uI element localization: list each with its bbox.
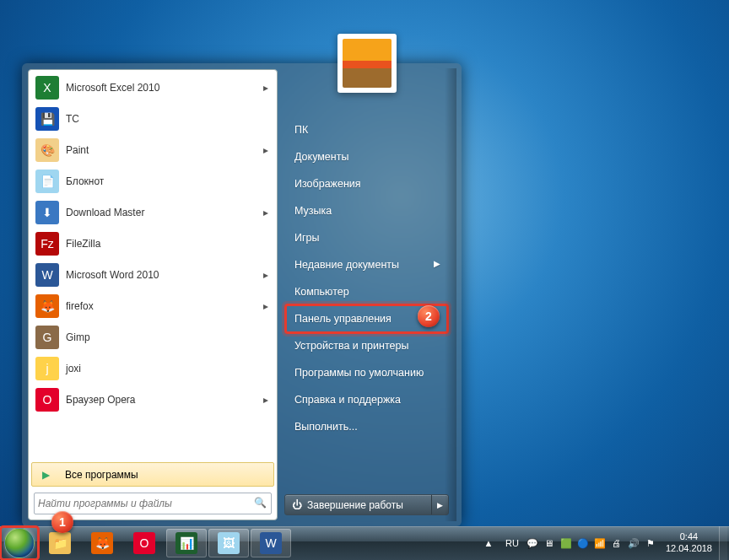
right-link-label: Панель управления <box>294 313 392 325</box>
all-programs-button[interactable]: ▶ Все программы <box>31 462 274 487</box>
opera-icon: O <box>133 532 155 554</box>
tray-icon[interactable]: 📶 <box>592 536 608 551</box>
tray-icon[interactable]: 💬 <box>525 536 540 551</box>
tray-icon[interactable]: 🖥 <box>542 536 557 551</box>
right-link[interactable]: Документы <box>286 143 447 170</box>
taskbar-button-word[interactable]: W <box>251 529 291 557</box>
right-link[interactable]: Изображения <box>286 170 447 197</box>
program-icon: j <box>35 357 59 380</box>
triangle-right-icon: ▶ <box>42 469 50 481</box>
language-indicator[interactable]: RU <box>505 538 519 548</box>
tray-icon[interactable]: 🟩 <box>559 536 574 551</box>
right-link-label: Программы по умолчанию <box>294 367 424 379</box>
program-icon: G <box>35 326 59 349</box>
program-item[interactable]: W Microsoft Word 2010 ▸ <box>30 259 275 290</box>
tray-icons: 💬🖥🟩🔵📶🖨🔊⚑ <box>524 536 659 551</box>
right-link[interactable]: Недавние документы▶ <box>286 251 447 278</box>
clock[interactable]: 0:44 12.04.2018 <box>666 531 712 555</box>
program-label: Блокнот <box>66 175 262 187</box>
right-link[interactable]: Игры <box>286 224 447 251</box>
taskbar-button-taskmgr[interactable]: 📊 <box>166 529 207 557</box>
clock-date: 12.04.2018 <box>666 543 712 555</box>
program-item[interactable]: 📄 Блокнот <box>30 165 275 197</box>
right-link[interactable]: Компьютер <box>286 278 447 305</box>
program-label: Gimp <box>66 331 262 343</box>
user-avatar[interactable] <box>338 34 397 93</box>
tray-show-hidden-icon[interactable]: ▲ <box>481 536 496 551</box>
program-icon: 🎨 <box>35 138 59 162</box>
taskbar: 📁🦊O📊🖼W ▲ RU 💬🖥🟩🔵📶🖨🔊⚑ 0:44 12.04.2018 <box>0 526 729 560</box>
right-link-label: Недавние документы <box>294 259 399 271</box>
program-icon: O <box>35 388 59 412</box>
program-icon: 💾 <box>35 107 59 131</box>
avatar-image <box>343 39 392 88</box>
program-item[interactable]: 🦊 firefox ▸ <box>30 290 275 321</box>
program-label: Paint <box>66 144 262 156</box>
shutdown-icon: ⏻ <box>292 499 302 511</box>
right-link-label: Компьютер <box>294 286 349 298</box>
tray-icon[interactable]: 🖨 <box>609 536 624 551</box>
program-icon: ⬇ <box>35 201 59 224</box>
program-label: joxi <box>66 363 262 374</box>
right-link[interactable]: Музыка <box>286 197 447 224</box>
annotation-callout-2: 2 <box>418 305 440 327</box>
right-links-list: ПКДокументыИзображенияМузыкаИгрыНедавние… <box>278 116 456 489</box>
program-label: firefox <box>66 300 262 312</box>
right-link-label: Документы <box>294 151 348 163</box>
program-item[interactable]: 🎨 Paint ▸ <box>30 134 275 165</box>
right-link[interactable]: Программы по умолчанию <box>286 359 447 386</box>
annotation-callout-1: 1 <box>51 511 73 533</box>
explorer-icon: 📁 <box>49 532 71 554</box>
clock-time: 0:44 <box>666 531 712 543</box>
tray-icon[interactable]: 🔊 <box>626 536 641 551</box>
start-button[interactable] <box>0 526 39 560</box>
right-link-label: Выполнить... <box>294 421 358 433</box>
program-item[interactable]: O Браузер Opera ▸ <box>30 384 275 415</box>
shutdown-options-arrow[interactable]: ▶ <box>431 495 448 514</box>
taskbar-button-explorer[interactable]: 📁 <box>40 529 80 557</box>
right-link-label: Игры <box>294 232 319 244</box>
tray-icon[interactable]: ⚑ <box>643 536 658 551</box>
right-link[interactable]: Справка и поддержка <box>286 386 447 413</box>
paint-icon: 🖼 <box>218 532 240 554</box>
submenu-arrow-icon: ▶ <box>434 259 440 268</box>
shutdown-label: Завершение работы <box>307 499 403 511</box>
right-link-label: Музыка <box>294 205 332 217</box>
search-icon: 🔍 <box>254 497 267 510</box>
program-icon: X <box>35 76 59 100</box>
right-link-label: Справка и поддержка <box>294 394 401 406</box>
taskbar-buttons: 📁🦊O📊🖼W <box>39 529 292 557</box>
submenu-arrow-icon: ▸ <box>262 144 270 156</box>
taskmgr-icon: 📊 <box>176 532 197 554</box>
right-link[interactable]: Устройства и принтеры <box>286 332 447 359</box>
program-label: Microsoft Word 2010 <box>66 269 262 281</box>
program-label: FileZilla <box>66 238 262 250</box>
program-item[interactable]: Fz FileZilla <box>30 228 275 259</box>
submenu-arrow-icon: ▸ <box>262 394 270 406</box>
submenu-arrow-icon: ▸ <box>262 82 270 94</box>
program-item[interactable]: G Gimp <box>30 321 275 353</box>
start-menu-right-pane: ПКДокументыИзображенияМузыкаИгрыНедавние… <box>278 69 456 520</box>
start-menu-left-pane: X Microsoft Excel 2010 ▸💾 TC 🎨 Paint ▸📄 … <box>28 69 278 520</box>
program-icon: 🦊 <box>35 294 59 318</box>
submenu-arrow-icon: ▸ <box>262 269 270 281</box>
program-item[interactable]: j joxi <box>30 353 275 384</box>
taskbar-button-paint[interactable]: 🖼 <box>208 529 249 557</box>
program-item[interactable]: X Microsoft Excel 2010 ▸ <box>30 72 275 103</box>
program-item[interactable]: 💾 TC <box>30 103 275 134</box>
search-input[interactable] <box>38 498 254 509</box>
program-item[interactable]: ⬇ Download Master ▸ <box>30 197 275 228</box>
right-link[interactable]: ПК <box>286 116 447 143</box>
right-link-label: Устройства и принтеры <box>294 340 408 352</box>
taskbar-button-opera[interactable]: O <box>124 529 165 557</box>
shutdown-button[interactable]: ⏻ Завершение работы ▶ <box>284 494 449 515</box>
firefox-icon: 🦊 <box>91 532 113 554</box>
right-link-label: Изображения <box>294 178 361 190</box>
tray-icon[interactable]: 🔵 <box>575 536 591 551</box>
search-box[interactable]: 🔍 <box>34 493 272 514</box>
program-label: Браузер Opera <box>66 394 262 406</box>
show-desktop-button[interactable] <box>719 526 727 560</box>
right-link[interactable]: Выполнить... <box>286 413 447 440</box>
program-label: TC <box>66 113 262 125</box>
taskbar-button-firefox[interactable]: 🦊 <box>82 529 122 557</box>
